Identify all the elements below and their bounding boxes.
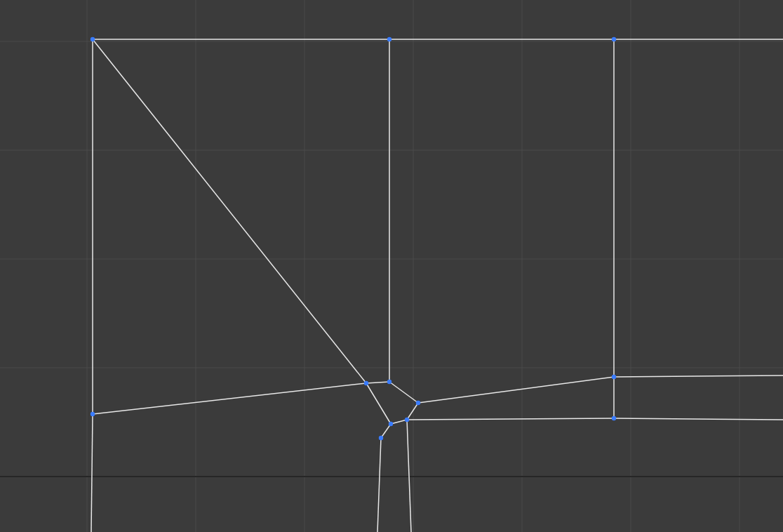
grid-lines xyxy=(0,0,783,532)
mesh-edge[interactable] xyxy=(407,403,418,420)
mesh-vertex[interactable] xyxy=(91,412,95,416)
mesh-vertex[interactable] xyxy=(405,418,409,422)
mesh-vertex[interactable] xyxy=(387,37,392,41)
mesh-vertex[interactable] xyxy=(612,375,616,379)
mesh-edge[interactable] xyxy=(391,420,407,424)
mesh-edge[interactable] xyxy=(366,383,391,424)
mesh-vertices[interactable] xyxy=(91,37,616,440)
mesh-edge[interactable] xyxy=(381,424,391,438)
mesh-edge[interactable] xyxy=(614,418,783,420)
mesh-edge[interactable] xyxy=(407,418,614,420)
mesh-edge[interactable] xyxy=(93,39,366,383)
mesh-edge[interactable] xyxy=(418,377,614,403)
mesh-edge[interactable] xyxy=(366,382,389,383)
mesh-vertex[interactable] xyxy=(364,381,368,385)
mesh-vertex[interactable] xyxy=(612,416,616,420)
mesh-edge[interactable] xyxy=(614,375,783,377)
mesh-vertex[interactable] xyxy=(91,37,95,41)
mesh-vertex[interactable] xyxy=(389,422,393,426)
mesh-vertex[interactable] xyxy=(379,436,383,440)
mesh-edge[interactable] xyxy=(91,414,93,532)
viewport-3d[interactable] xyxy=(0,0,783,532)
mesh-edge[interactable] xyxy=(389,382,418,403)
mesh-vertex[interactable] xyxy=(387,380,392,384)
mesh-edges xyxy=(91,39,783,532)
mesh-overlay xyxy=(0,0,783,532)
mesh-edge[interactable] xyxy=(377,438,381,532)
mesh-vertex[interactable] xyxy=(416,401,420,405)
mesh-edge[interactable] xyxy=(93,383,366,414)
mesh-vertex[interactable] xyxy=(612,37,616,41)
